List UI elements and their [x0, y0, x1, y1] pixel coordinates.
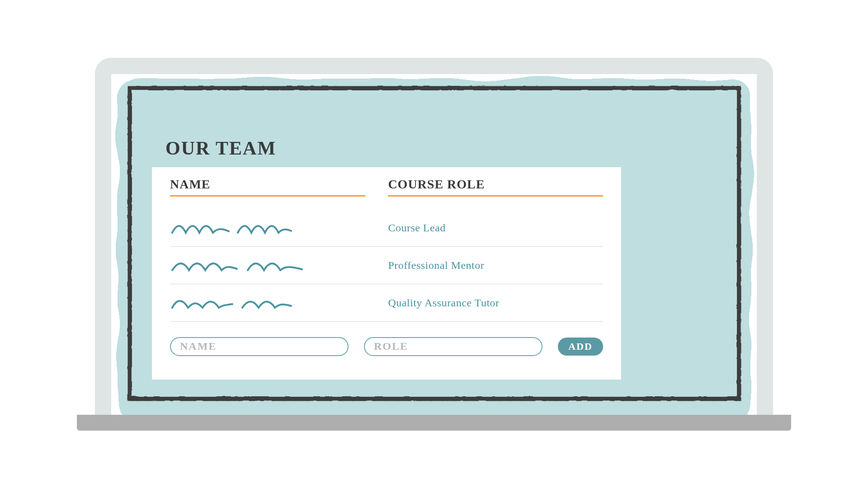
- laptop-base: [77, 415, 791, 431]
- add-member-form: ADD: [170, 337, 603, 356]
- column-header-name: NAME: [170, 177, 365, 197]
- laptop-screen: OUR TEAM NAME COURSE ROLE: [111, 74, 757, 415]
- column-header-role: COURSE ROLE: [388, 177, 603, 197]
- table-row: Course Lead: [170, 209, 603, 247]
- team-card: NAME COURSE ROLE Course Lead: [152, 167, 621, 380]
- table-header-row: NAME COURSE ROLE: [170, 177, 603, 209]
- role-cell: Quality Assurance Tutor: [388, 297, 603, 309]
- signature-placeholder-icon: [170, 258, 315, 274]
- add-button[interactable]: ADD: [558, 338, 603, 356]
- role-cell: Proffessional Mentor: [388, 259, 603, 272]
- table-row: Proffessional Mentor: [170, 247, 603, 284]
- laptop-mockup: OUR TEAM NAME COURSE ROLE: [95, 58, 773, 431]
- signature-placeholder-icon: [170, 295, 297, 311]
- page-title: OUR TEAM: [165, 137, 276, 159]
- name-input[interactable]: [170, 337, 349, 356]
- signature-placeholder-icon: [170, 220, 306, 236]
- table-row: Quality Assurance Tutor: [170, 284, 603, 322]
- laptop-bezel: OUR TEAM NAME COURSE ROLE: [95, 58, 773, 415]
- role-input[interactable]: [364, 337, 542, 356]
- role-cell: Course Lead: [388, 222, 603, 234]
